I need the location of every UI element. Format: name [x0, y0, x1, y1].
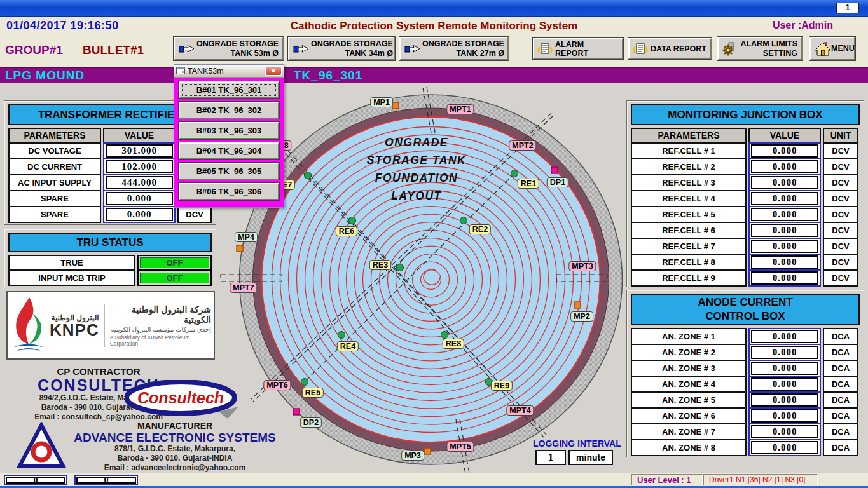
popup-tank-select-button[interactable]: B#04 TK_96_304: [179, 142, 279, 159]
col-parameters: PARAMETERS: [8, 128, 101, 143]
status-bar: 0 0 User Level : 1 Driver1 N1:[36] N2:[1…: [0, 473, 868, 486]
param-cell: AN. ZONE # 7: [631, 423, 747, 440]
tank-label-dp2: DP2: [300, 417, 322, 428]
tank-label-re8: RE8: [443, 339, 464, 349]
value-box: 301.000: [103, 142, 176, 159]
value-box: 0.000: [748, 206, 821, 223]
param-cell: REF.CELL # 5: [631, 206, 747, 223]
param-cell: AN. ZONE # 1: [631, 328, 747, 345]
monitoring-point-marker: [392, 102, 399, 109]
knpc-arabic-line2: إحدى شركات مؤسسة البترول الكويتية: [110, 326, 211, 333]
value-box: 0.000: [748, 360, 821, 377]
param-cell: AN. ZONE # 3: [631, 360, 747, 377]
value-box: 0.000: [748, 158, 821, 175]
popup-tank-select-button[interactable]: B#06 TK_96_306: [179, 183, 279, 200]
tank-34m-button[interactable]: ONGRADE STORAGETANK 34m Ø: [288, 37, 395, 60]
knpc-name: KNPC: [50, 322, 99, 337]
value-text: 301.000: [106, 144, 173, 158]
tank-label-re3: RE3: [369, 260, 391, 270]
reference-electrode-marker: [301, 378, 308, 386]
table-row: AN. ZONE # 10.000DCA: [631, 328, 860, 343]
value-text: 102.000: [106, 160, 173, 173]
popup-tank-select-button[interactable]: B#02 TK_96_302: [179, 102, 279, 119]
table-row: REF.CELL # 20.000DCV: [631, 158, 860, 173]
data-report-button[interactable]: DATA REPORT: [628, 38, 712, 59]
popup-tank-select-button[interactable]: B#05 TK_96_305: [179, 163, 279, 180]
unit-cell: DCA: [823, 376, 858, 393]
alarm-limits-setting-button[interactable]: ALARM LIMITSSETTING: [717, 37, 803, 60]
gear-icon: [722, 42, 738, 56]
param-cell: SPARE: [8, 206, 101, 223]
value-text: 0.000: [106, 192, 173, 205]
value-text: 0.000: [751, 441, 818, 454]
param-cell: SPARE: [8, 190, 101, 207]
value-box: 444.000: [103, 174, 176, 191]
monitoring-point-marker: [574, 302, 581, 309]
tank-53m-button[interactable]: ONGRADE STORAGETANK 53m Ø: [174, 37, 284, 60]
tank-label-mpt7: MPT7: [230, 283, 257, 293]
popup-tank-select-button[interactable]: B#03 TK_96_303: [179, 122, 279, 139]
popup-tank-select-button[interactable]: B#01 TK_96_301: [179, 81, 279, 98]
value-text: 0.000: [751, 176, 818, 189]
close-icon[interactable]: ✕: [265, 66, 282, 76]
tru-status-rows: TRUEOFFINPUT MCB TRIPOFF: [8, 254, 212, 285]
knpc-subtitle: A Subsidiary of Kuwait Petroleum Corpora…: [110, 334, 211, 347]
status-badge: OFF: [140, 273, 209, 283]
reference-electrode-marker: [460, 217, 467, 224]
tank-label-mp2: MP2: [570, 311, 593, 322]
table-row: REF.CELL # 60.000DCV: [631, 222, 860, 237]
tank-53m-button-label: ONGRADE STORAGETANK 53m Ø: [196, 39, 279, 58]
unit-cell: DCA: [823, 360, 858, 377]
reference-electrode-marker: [441, 331, 448, 339]
tank-label-mpt6: MPT6: [263, 380, 291, 390]
param-cell: AN. ZONE # 5: [631, 391, 747, 409]
logging-interval-value[interactable]: 1: [535, 450, 566, 465]
reference-electrode-marker: [396, 264, 404, 271]
monitoring-junction-box-headers: PARAMETERS VALUE UNIT: [631, 127, 860, 143]
value-box: 0.000: [748, 190, 821, 207]
menu-label: MENU: [831, 44, 855, 53]
alarm-report-button[interactable]: ALARM REPORT: [533, 38, 623, 59]
value-box: 0.000: [748, 269, 821, 287]
tank-label-re9: RE9: [491, 381, 513, 391]
value-box: 0.000: [748, 238, 821, 255]
unit-cell: DCA: [823, 328, 858, 345]
tank-center-caption: ONGRADE STORAGE TANK FOUNDATION LAYOUT: [321, 133, 512, 205]
value-text: 0.000: [751, 240, 818, 253]
table-row: SPARE0.000DCV: [8, 206, 212, 221]
tru-status-row: INPUT MCB TRIPOFF: [8, 270, 212, 285]
menu-button[interactable]: MENU: [809, 37, 855, 60]
value-box: 0.000: [748, 328, 821, 345]
tank-27m-button[interactable]: ONGRADE STORAGETANK 27m Ø: [399, 37, 509, 60]
location-bar: LPG MOUND TK_96_301: [0, 67, 868, 83]
param-cell: REF.CELL # 6: [631, 222, 747, 239]
tank-label-re4: RE4: [337, 341, 359, 351]
tru-param-cell: INPUT MCB TRIP: [8, 270, 135, 286]
popup-titlebar[interactable]: TANK53m ✕: [174, 65, 284, 78]
col-parameters: PARAMETERS: [631, 128, 747, 143]
value-box: 0.000: [748, 391, 821, 409]
depolarization-point-marker: [293, 409, 300, 416]
unit-cell: DCV: [823, 269, 858, 287]
value-box: 0.000: [103, 206, 176, 223]
value-text: 0.000: [751, 224, 818, 237]
table-row: REF.CELL # 30.000DCV: [631, 174, 860, 189]
param-cell: AC INPUT SUPPLY: [8, 174, 101, 191]
tru-param-cell: TRUE: [8, 255, 135, 271]
contractor-heading: CP CONTRACTOR: [13, 366, 184, 377]
table-row: REF.CELL # 80.000DCV: [631, 254, 860, 269]
unit-cell: DCV: [177, 206, 212, 223]
user-level-label: User Level : 1: [631, 474, 703, 485]
group-label: GROUP#1: [5, 43, 63, 57]
param-cell: REF.CELL # 1: [631, 142, 747, 159]
status-value-1: 0: [4, 475, 67, 485]
col-unit: UNIT: [823, 128, 858, 143]
value-text: 0.000: [751, 271, 818, 285]
param-cell: AN. ZONE # 2: [631, 344, 747, 361]
tank-label-mp1: MP1: [370, 97, 393, 107]
page-title: Cathodic Protection System Remote Monito…: [0, 20, 868, 32]
reference-electrode-marker: [304, 172, 312, 179]
page-indicator: 1: [836, 3, 859, 13]
value-box: 0.000: [748, 407, 821, 424]
value-box: 0.000: [748, 174, 821, 191]
